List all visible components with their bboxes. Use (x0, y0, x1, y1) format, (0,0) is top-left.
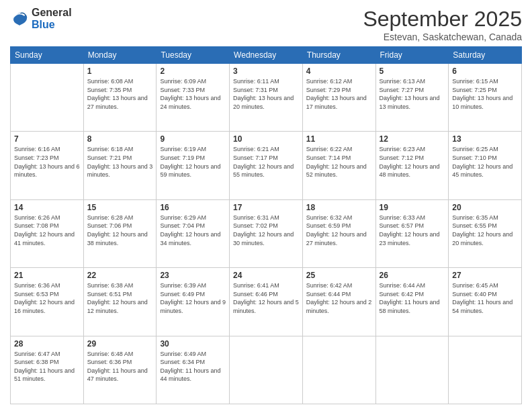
table-row: 5 Sunrise: 6:13 AMSunset: 7:27 PMDayligh… (375, 64, 449, 132)
day-info: Sunrise: 6:08 AMSunset: 7:35 PMDaylight:… (87, 77, 153, 111)
col-monday: Monday (83, 47, 157, 64)
month-title: September 2025 (363, 7, 522, 32)
table-row (375, 336, 449, 404)
day-number: 24 (233, 271, 299, 280)
table-row: 30 Sunrise: 6:49 AMSunset: 6:34 PMDaylig… (157, 336, 230, 404)
col-thursday: Thursday (302, 47, 375, 64)
day-number: 22 (87, 271, 153, 280)
day-info: Sunrise: 6:22 AMSunset: 7:14 PMDaylight:… (306, 145, 372, 179)
day-info: Sunrise: 6:42 AMSunset: 6:44 PMDaylight:… (306, 281, 372, 315)
day-info: Sunrise: 6:23 AMSunset: 7:12 PMDaylight:… (380, 145, 445, 179)
table-row (11, 64, 84, 132)
day-number: 28 (14, 339, 80, 349)
day-number: 26 (380, 271, 445, 280)
day-info: Sunrise: 6:28 AMSunset: 7:06 PMDaylight:… (87, 214, 153, 247)
day-number: 21 (14, 271, 80, 280)
table-row: 25 Sunrise: 6:42 AMSunset: 6:44 PMDaylig… (302, 268, 375, 336)
table-row: 28 Sunrise: 6:47 AMSunset: 6:38 PMDaylig… (11, 336, 84, 404)
day-number: 4 (306, 66, 372, 76)
day-info: Sunrise: 6:45 AMSunset: 6:40 PMDaylight:… (452, 281, 518, 315)
table-row (449, 336, 522, 404)
day-number: 15 (87, 203, 153, 212)
day-info: Sunrise: 6:18 AMSunset: 7:21 PMDaylight:… (87, 145, 153, 179)
day-info: Sunrise: 6:31 AMSunset: 7:02 PMDaylight:… (233, 214, 299, 247)
day-info: Sunrise: 6:48 AMSunset: 6:36 PMDaylight:… (87, 350, 153, 383)
logo-icon (10, 9, 29, 28)
table-row: 1 Sunrise: 6:08 AMSunset: 7:35 PMDayligh… (83, 64, 157, 132)
table-row: 10 Sunrise: 6:21 AMSunset: 7:17 PMDaylig… (230, 132, 303, 199)
table-row: 8 Sunrise: 6:18 AMSunset: 7:21 PMDayligh… (83, 132, 157, 199)
day-number: 9 (160, 134, 226, 144)
day-info: Sunrise: 6:16 AMSunset: 7:23 PMDaylight:… (14, 145, 80, 179)
day-info: Sunrise: 6:47 AMSunset: 6:38 PMDaylight:… (14, 350, 80, 383)
location: Estevan, Saskatchewan, Canada (363, 32, 522, 42)
page: General Blue September 2025 Estevan, Sas… (0, 0, 532, 411)
day-info: Sunrise: 6:11 AMSunset: 7:31 PMDaylight:… (233, 77, 299, 111)
table-row (302, 336, 375, 404)
day-number: 29 (87, 339, 153, 349)
day-info: Sunrise: 6:13 AMSunset: 7:27 PMDaylight:… (380, 77, 445, 111)
table-row: 12 Sunrise: 6:23 AMSunset: 7:12 PMDaylig… (375, 132, 449, 199)
table-row: 13 Sunrise: 6:25 AMSunset: 7:10 PMDaylig… (449, 132, 522, 199)
day-info: Sunrise: 6:39 AMSunset: 6:49 PMDaylight:… (160, 281, 226, 315)
col-friday: Friday (375, 47, 449, 64)
day-info: Sunrise: 6:21 AMSunset: 7:17 PMDaylight:… (233, 145, 299, 179)
table-row: 16 Sunrise: 6:29 AMSunset: 7:04 PMDaylig… (157, 199, 230, 267)
day-number: 19 (380, 203, 445, 212)
day-number: 11 (306, 134, 372, 144)
day-info: Sunrise: 6:32 AMSunset: 6:59 PMDaylight:… (306, 214, 372, 247)
table-row: 29 Sunrise: 6:48 AMSunset: 6:36 PMDaylig… (83, 336, 157, 404)
table-row: 19 Sunrise: 6:33 AMSunset: 6:57 PMDaylig… (375, 199, 449, 267)
table-row: 15 Sunrise: 6:28 AMSunset: 7:06 PMDaylig… (83, 199, 157, 267)
day-number: 20 (452, 203, 518, 212)
logo: General Blue (10, 7, 72, 30)
table-row: 11 Sunrise: 6:22 AMSunset: 7:14 PMDaylig… (302, 132, 375, 199)
day-info: Sunrise: 6:12 AMSunset: 7:29 PMDaylight:… (306, 77, 372, 111)
day-info: Sunrise: 6:36 AMSunset: 6:53 PMDaylight:… (14, 281, 80, 315)
day-info: Sunrise: 6:41 AMSunset: 6:46 PMDaylight:… (233, 281, 299, 315)
day-info: Sunrise: 6:15 AMSunset: 7:25 PMDaylight:… (452, 77, 518, 111)
day-info: Sunrise: 6:49 AMSunset: 6:34 PMDaylight:… (160, 350, 226, 383)
table-row: 14 Sunrise: 6:26 AMSunset: 7:08 PMDaylig… (11, 199, 84, 267)
table-row: 9 Sunrise: 6:19 AMSunset: 7:19 PMDayligh… (157, 132, 230, 199)
day-number: 27 (452, 271, 518, 280)
day-info: Sunrise: 6:35 AMSunset: 6:55 PMDaylight:… (452, 214, 518, 247)
table-row: 18 Sunrise: 6:32 AMSunset: 6:59 PMDaylig… (302, 199, 375, 267)
col-saturday: Saturday (449, 47, 522, 64)
day-info: Sunrise: 6:29 AMSunset: 7:04 PMDaylight:… (160, 214, 226, 247)
table-row: 27 Sunrise: 6:45 AMSunset: 6:40 PMDaylig… (449, 268, 522, 336)
day-number: 17 (233, 203, 299, 212)
table-row: 7 Sunrise: 6:16 AMSunset: 7:23 PMDayligh… (11, 132, 84, 199)
table-row: 2 Sunrise: 6:09 AMSunset: 7:33 PMDayligh… (157, 64, 230, 132)
day-number: 23 (160, 271, 226, 280)
day-info: Sunrise: 6:44 AMSunset: 6:42 PMDaylight:… (380, 281, 445, 315)
day-number: 13 (452, 134, 518, 144)
col-sunday: Sunday (11, 47, 84, 64)
day-info: Sunrise: 6:26 AMSunset: 7:08 PMDaylight:… (14, 214, 80, 247)
day-number: 1 (87, 66, 153, 76)
day-info: Sunrise: 6:19 AMSunset: 7:19 PMDaylight:… (160, 145, 226, 179)
table-row: 17 Sunrise: 6:31 AMSunset: 7:02 PMDaylig… (230, 199, 303, 267)
table-row: 22 Sunrise: 6:38 AMSunset: 6:51 PMDaylig… (83, 268, 157, 336)
day-info: Sunrise: 6:33 AMSunset: 6:57 PMDaylight:… (380, 214, 445, 247)
table-row: 4 Sunrise: 6:12 AMSunset: 7:29 PMDayligh… (302, 64, 375, 132)
day-info: Sunrise: 6:09 AMSunset: 7:33 PMDaylight:… (160, 77, 226, 111)
table-row: 24 Sunrise: 6:41 AMSunset: 6:46 PMDaylig… (230, 268, 303, 336)
day-info: Sunrise: 6:38 AMSunset: 6:51 PMDaylight:… (87, 281, 153, 315)
title-block: September 2025 Estevan, Saskatchewan, Ca… (363, 7, 522, 42)
day-number: 7 (14, 134, 80, 144)
logo-blue-text: Blue (32, 19, 72, 31)
table-row: 23 Sunrise: 6:39 AMSunset: 6:49 PMDaylig… (157, 268, 230, 336)
day-number: 10 (233, 134, 299, 144)
day-number: 14 (14, 203, 80, 212)
day-number: 25 (306, 271, 372, 280)
day-info: Sunrise: 6:25 AMSunset: 7:10 PMDaylight:… (452, 145, 518, 179)
logo-text: General Blue (32, 7, 72, 30)
table-row: 20 Sunrise: 6:35 AMSunset: 6:55 PMDaylig… (449, 199, 522, 267)
table-row (230, 336, 303, 404)
header: General Blue September 2025 Estevan, Sas… (10, 7, 522, 42)
day-number: 5 (380, 66, 445, 76)
day-number: 12 (380, 134, 445, 144)
table-row: 21 Sunrise: 6:36 AMSunset: 6:53 PMDaylig… (11, 268, 84, 336)
day-number: 30 (160, 339, 226, 349)
